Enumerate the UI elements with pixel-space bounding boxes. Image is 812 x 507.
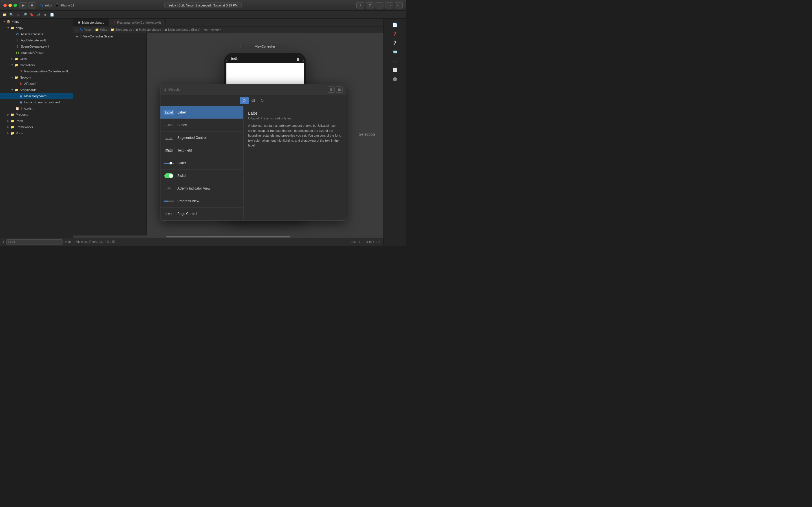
sidebar-item-exampleapi[interactable]: ▷ { } exampleAPI.json — [0, 50, 73, 56]
yelpy-bc-icon: 🐾 — [79, 28, 83, 31]
sidebar-item-cells[interactable]: ▷ 📁 Cells — [0, 56, 73, 62]
nav-folder-icon[interactable]: 📁 — [2, 12, 7, 17]
layout-1-button[interactable]: ▭ — [375, 2, 384, 8]
zoom-plus-btn[interactable]: + — [359, 240, 360, 244]
slider-item-name: Slider — [177, 161, 186, 165]
inspector-help-icon[interactable]: ❔ — [391, 39, 399, 47]
arrow-icon: ▼ — [6, 26, 10, 29]
breadcrumb-nav-forward[interactable]: › — [78, 28, 79, 32]
sidebar-item-frameworks[interactable]: ▷ 📁 Frameworks — [0, 124, 73, 130]
scrollbar-thumb[interactable] — [166, 236, 290, 237]
device-name[interactable]: iPhone 11 — [60, 4, 74, 7]
back-forward-button[interactable]: ⇄ — [366, 2, 374, 8]
sidebar-item-network[interactable]: ▼ 📁 Network — [0, 74, 73, 80]
sidebar-item-yelpy-root[interactable]: ▼ 📦 Yelpy — [0, 18, 73, 25]
sidebar-item-pods[interactable]: ▷ 📁 Pods — [0, 118, 73, 124]
list-item-textfield[interactable]: Text Text Field — [160, 144, 243, 157]
sidebar-item-restaurants-vc[interactable]: ▷ S RestaurantsViewController.swift — [0, 68, 73, 74]
tab-restaurants-vc[interactable]: S RestaurantsViewController.swift — [109, 18, 166, 26]
sidebar-item-infoplist[interactable]: ▷ 📋 Info.plist — [0, 105, 73, 112]
tab-objects[interactable]: ⊙ — [240, 97, 249, 104]
inspector-quick-icon[interactable]: ❓ — [391, 30, 399, 38]
build-status-text: Yelpy | Build Yelpy: Succeeded | Today a… — [168, 4, 238, 7]
tab-main-storyboard[interactable]: ▣ Main.storyboard — [73, 18, 109, 26]
filter-warn-icon[interactable]: ⚠ — [64, 240, 67, 244]
filter-grid-icon[interactable]: ⊞ — [68, 240, 71, 244]
list-item-progress[interactable]: Progress View — [160, 195, 243, 208]
close-button[interactable] — [3, 4, 7, 7]
objects-header: ⊙ ⊞ ☰ — [160, 84, 346, 95]
folder-icon: 📁 — [10, 131, 15, 135]
device-label: ViewController — [241, 44, 289, 49]
run-button[interactable]: ▶ — [19, 2, 27, 8]
nav-warning-icon[interactable]: ⚠ — [15, 12, 21, 17]
nav-search-icon[interactable]: 🔎 — [22, 12, 28, 17]
sidebar-item-storyboards[interactable]: ▼ 📁 Storyboards — [0, 87, 73, 93]
breadcrumb-yelpy1[interactable]: 🐾Yelpy — [79, 28, 92, 32]
sidebar-item-yelpy-group[interactable]: ▼ 📁 Yelpy — [0, 25, 73, 31]
breadcrumb-yelpy2[interactable]: 📁Yelpy — [95, 28, 107, 32]
arrow-icon: ▷ — [6, 119, 10, 122]
sidebar-item-appdelegate[interactable]: ▷ S AppDelegate.swift — [0, 37, 73, 43]
scheme-name[interactable]: Yelpy — [45, 4, 52, 7]
list-item-slider[interactable]: Slider — [160, 157, 243, 170]
add-button[interactable]: + — [356, 2, 364, 8]
breadcrumb-storyboards[interactable]: 📁Storyboards — [110, 28, 132, 32]
breadcrumb-main-sb[interactable]: ▣Main.storyboard — [135, 28, 161, 32]
minimize-button[interactable] — [8, 4, 12, 7]
folder-icon: 📁 — [10, 112, 15, 117]
breadcrumb-nav-back[interactable]: ‹ — [76, 28, 77, 32]
inspector-file-icon[interactable]: 📄 — [391, 21, 399, 29]
objects-list: Label Label Button Button — [160, 106, 244, 220]
scene-viewcontroller[interactable]: ▶ □ ViewController Scene — [73, 33, 146, 40]
layout-icon-1[interactable]: ⊟ — [365, 240, 368, 244]
layout-icon-3[interactable]: ↑ — [373, 240, 374, 244]
sidebar-item-launchscreen[interactable]: ▷ ▣ LaunchScreen.storyboard — [0, 99, 73, 105]
sidebar-item-pods2[interactable]: ▷ 📁 Pods — [0, 130, 73, 136]
objects-search-input[interactable] — [168, 88, 326, 92]
tab-images[interactable]: 🖼 — [249, 97, 258, 104]
list-item-segmented[interactable]: 1 2 Segmented Control — [160, 131, 243, 144]
nav-breakpoint-icon[interactable]: ◆ — [42, 12, 48, 17]
stop-button[interactable]: ■ — [28, 2, 36, 8]
bottom-view-label: View as: iPhone 11 (⌃C : R) — [76, 240, 115, 244]
inspector-identity-icon[interactable]: 🪪 — [391, 48, 399, 56]
list-item-switch[interactable]: Switch — [160, 170, 243, 182]
segmented-item-name: Segmented Control — [177, 136, 206, 140]
layout-icon-4[interactable]: ↓ — [375, 240, 377, 244]
filter-input[interactable] — [6, 239, 63, 244]
sidebar-item-scenedelegate[interactable]: ▷ S SceneDelegate.swift — [0, 43, 73, 50]
objects-list-view-button[interactable]: ☰ — [336, 87, 343, 93]
storyboard-canvas[interactable]: ViewController 9:41 ▓ — [147, 33, 384, 235]
tab-color[interactable]: ↻ — [258, 97, 267, 104]
add-file-button[interactable]: + — [2, 240, 4, 244]
list-item-button[interactable]: Button Button — [160, 119, 243, 131]
nav-bookmark-icon[interactable]: 🔖 — [29, 12, 35, 17]
maximize-button[interactable] — [13, 4, 17, 7]
list-item-label[interactable]: Label Label — [160, 106, 243, 119]
breadcrumb-main-sb-base[interactable]: ▣Main.storyboard (Base) — [164, 28, 200, 32]
sidebar-item-api[interactable]: ▷ S API.swift — [0, 80, 73, 87]
inspector-attributes-icon[interactable]: ⊟ — [391, 57, 399, 65]
sidebar-item-main-storyboard[interactable]: ▷ ▣ Main.storyboard — [0, 93, 73, 99]
list-item-activity[interactable]: ✳ Activity Indicator View — [160, 182, 243, 195]
layout-3-button[interactable]: ▭ — [395, 2, 403, 8]
nav-report-icon[interactable]: 📄 — [49, 12, 55, 17]
objects-grid-view-button[interactable]: ⊞ — [328, 87, 335, 93]
nav-branch-icon[interactable]: ⎇ — [36, 12, 41, 17]
inspector-size-icon[interactable]: ⬜ — [391, 66, 399, 74]
sidebar-item-label: Network — [20, 76, 31, 79]
progress-item-name: Progress View — [177, 199, 199, 203]
inspector-connections-icon[interactable]: ⬤ — [391, 75, 399, 83]
nav-find-icon[interactable]: 🔍 — [8, 12, 14, 17]
layout-icon-2[interactable]: ⊠ — [369, 240, 371, 244]
swift-tab-icon: S — [114, 21, 116, 24]
sidebar-item-assets[interactable]: ▷ 🗂 Assets.xcassets — [0, 31, 73, 37]
layout-2-button[interactable]: ▭ — [385, 2, 393, 8]
layout-icon-5[interactable]: ⤢ — [378, 240, 380, 244]
list-item-pagecontrol[interactable]: Page Control — [160, 208, 243, 220]
zoom-minus-btn[interactable]: − — [346, 240, 348, 244]
horizontal-scrollbar[interactable] — [73, 235, 384, 238]
sidebar-item-controllers[interactable]: ▼ 📁 Controllers — [0, 62, 73, 68]
sidebar-item-products[interactable]: ▷ 📁 Products — [0, 112, 73, 118]
